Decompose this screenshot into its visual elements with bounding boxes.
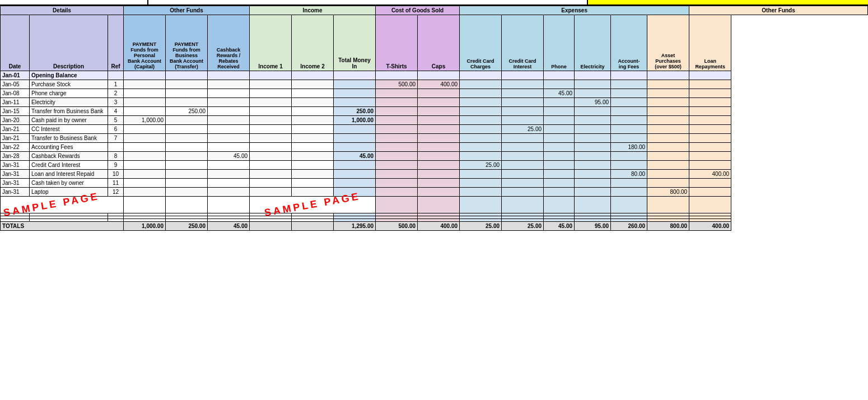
group-other-funds: Other Funds: [124, 6, 250, 15]
col-cc-charges: Credit CardCharges: [460, 15, 502, 71]
table-row: Jan-08Phone charge245.00: [1, 89, 868, 98]
col-ref: Ref: [108, 15, 124, 71]
group-other-funds2: Other Funds: [689, 6, 868, 15]
sub-header-row: Date Description Ref PAYMENTFunds fromPe…: [1, 15, 868, 71]
top-header: [0, 0, 868, 6]
table-row: Jan-31Laptop12800.00: [1, 188, 868, 197]
table-row: Jan-22Accounting Fees180.00: [1, 143, 868, 152]
table-row: Jan-28Cashback Rewards845.0045.00: [1, 152, 868, 161]
col-electricity: Electricity: [575, 15, 611, 71]
table-row: Jan-31Cash taken by owner11: [1, 179, 868, 188]
col-transfer: PAYMENTFunds fromBusinessBank Account(Tr…: [166, 15, 208, 71]
col-total-money-in: Total MoneyIn: [334, 15, 376, 71]
table-row: Jan-11Electricity395.00: [1, 98, 868, 107]
business-label: [148, 0, 588, 4]
col-phone: Phone: [544, 15, 575, 71]
col-income2: Income 2: [292, 15, 334, 71]
totals-row: TOTALS1,000.00250.0045.001,295.00500.004…: [1, 222, 868, 231]
month-label: [0, 0, 148, 4]
col-capital: PAYMENTFunds fromPersonalBank Account(Ca…: [124, 15, 166, 71]
main-table: Details Other Funds Income Cost of Goods…: [0, 6, 868, 231]
col-asset: AssetPurchases(over $500): [647, 15, 689, 71]
col-accounting: Account-ing Fees: [611, 15, 647, 71]
spreadsheet-container: Details Other Funds Income Cost of Goods…: [0, 0, 868, 231]
sample-text-left: SAMPLE PAGE: [1, 197, 124, 213]
table-row: Jan-31Loan and Interest Repaid1080.00400…: [1, 170, 868, 179]
table-row: Jan-15Transfer from Business Bank4250.00…: [1, 107, 868, 116]
group-header-row: Details Other Funds Income Cost of Goods…: [1, 6, 868, 15]
table-row: Jan-01Opening Balance: [1, 71, 868, 80]
table-row: Jan-21Transfer to Business Bank7: [1, 134, 868, 143]
table-row: Jan-31Credit Card Interest925.00: [1, 161, 868, 170]
col-description: Description: [30, 15, 108, 71]
table-row: Jan-21CC Interest625.00: [1, 125, 868, 134]
group-details: Details: [1, 6, 124, 15]
col-loan: LoanRepayments: [689, 15, 731, 71]
page-title: [588, 0, 868, 4]
table-row: SAMPLE PAGESAMPLE PAGE: [1, 197, 868, 213]
group-income: Income: [250, 6, 376, 15]
col-cashback: CashbackRewards /RebatesReceived: [208, 15, 250, 71]
table-row: Jan-20Cash paid in by owner51,000.001,00…: [1, 116, 868, 125]
col-caps: Caps: [418, 15, 460, 71]
col-date: Date: [1, 15, 30, 71]
table-row: Jan-05Purchase Stock1500.00400.00: [1, 80, 868, 89]
group-expenses: Expenses: [460, 6, 689, 15]
col-income1: Income 1: [250, 15, 292, 71]
sample-text-center: SAMPLE PAGE: [250, 197, 376, 213]
col-tshirts: T-Shirts: [376, 15, 418, 71]
col-cc-interest: Credit CardInterest: [502, 15, 544, 71]
group-cogs: Cost of Goods Sold: [376, 6, 460, 15]
totals-label: TOTALS: [1, 222, 124, 231]
